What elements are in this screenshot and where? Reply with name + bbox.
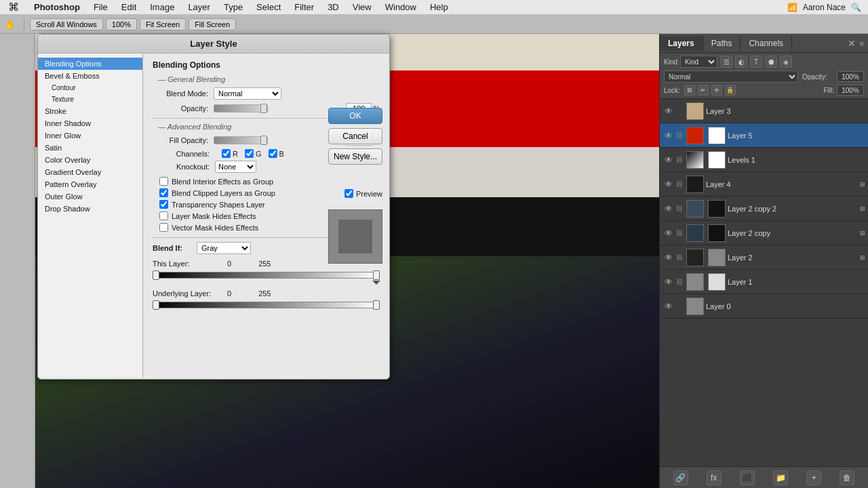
filter-type-icon[interactable]: T — [750, 56, 762, 68]
check-transparency-shapes: Transparency Shapes Layer — [153, 200, 380, 209]
menu-image[interactable]: Image — [143, 2, 181, 12]
layer4-visibility-toggle[interactable]: 👁 — [663, 178, 675, 190]
link-layers-button[interactable]: 🔗 — [673, 470, 688, 485]
filter-smart-icon[interactable]: ◈ — [780, 56, 792, 68]
layer2copy2-badge: ⊞ — [860, 205, 865, 212]
opacity-input-panel[interactable] — [837, 71, 864, 82]
section-inner-glow[interactable]: Inner Glow — [38, 129, 142, 142]
layer-row-layer4[interactable]: 👁 ⛓ Layer 4 ⊞ — [660, 172, 868, 197]
channel-b-checkbox[interactable] — [269, 149, 277, 158]
cancel-button[interactable]: Cancel — [328, 128, 382, 144]
underlying-handle-right[interactable] — [373, 300, 380, 310]
section-color-overlay[interactable]: Color Overlay — [38, 154, 142, 166]
vector-mask-hides-checkbox[interactable] — [159, 223, 168, 232]
section-bevel[interactable]: Bevel & Emboss — [38, 70, 142, 82]
layer-row-layer2[interactable]: 👁 ⛓ Layer 2 ⊞ — [660, 245, 868, 270]
this-layer-track — [153, 272, 380, 279]
lock-position-button[interactable]: ✛ — [711, 85, 722, 96]
layer2copy-visibility-toggle[interactable]: 👁 — [663, 227, 675, 239]
underlying-handle-left[interactable] — [153, 300, 159, 310]
fill-input-panel[interactable] — [837, 85, 864, 96]
layer-row-layer2copy2[interactable]: 👁 ⛓ Layer 2 copy 2 ⊞ — [660, 197, 868, 221]
transparency-shapes-checkbox[interactable] — [159, 200, 168, 209]
lock-all-button[interactable]: 🔒 — [725, 85, 736, 96]
layer-row-layer0[interactable]: 👁 Layer 0 — [660, 294, 868, 319]
menu-window[interactable]: Window — [378, 2, 423, 12]
section-inner-shadow[interactable]: Inner Shadow — [38, 117, 142, 129]
hand-tool-icon[interactable]: ✋ — [4, 19, 16, 30]
layer0-visibility-toggle[interactable]: 👁 — [663, 300, 675, 312]
menu-view[interactable]: View — [346, 2, 378, 12]
this-layer-handle-left[interactable] — [153, 270, 159, 280]
fill-opacity-slider[interactable] — [214, 136, 268, 144]
filter-pixel-icon[interactable]: ☰ — [720, 56, 732, 68]
section-satin[interactable]: Satin — [38, 142, 142, 154]
menu-edit[interactable]: Edit — [115, 2, 143, 12]
menu-photoshop[interactable]: Photoshop — [27, 2, 87, 12]
menu-select[interactable]: Select — [250, 2, 288, 12]
layer0-thumbnail — [686, 298, 704, 315]
apple-menu[interactable]: ⌘ — [0, 1, 27, 14]
new-style-button[interactable]: New Style... — [328, 148, 382, 165]
layer-mask-hides-checkbox[interactable] — [159, 211, 168, 220]
menu-filter[interactable]: Filter — [288, 2, 321, 12]
channel-g-checkbox[interactable] — [245, 149, 254, 158]
knockout-select[interactable]: None Shallow Deep — [215, 161, 256, 173]
layer1-visibility-toggle[interactable]: 👁 — [663, 276, 675, 288]
menu-file[interactable]: File — [87, 2, 115, 12]
blend-if-select[interactable]: Gray Red Green Blue — [197, 242, 251, 254]
layer-fx-button[interactable]: fx — [707, 470, 722, 485]
tab-layers[interactable]: Layers — [660, 36, 703, 51]
panel-collapse-button[interactable]: ≡ — [860, 39, 864, 47]
lock-transparent-button[interactable]: ⊠ — [684, 85, 695, 96]
layer-row-levels1[interactable]: 👁 ⛓ Levels 1 — [660, 148, 868, 172]
tab-paths[interactable]: Paths — [703, 36, 741, 51]
menu-help[interactable]: Help — [423, 2, 455, 12]
blend-interior-checkbox[interactable] — [159, 177, 168, 186]
section-stroke[interactable]: Stroke — [38, 105, 142, 117]
blend-clipped-checkbox[interactable] — [159, 188, 168, 197]
section-pattern-overlay[interactable]: Pattern Overlay — [38, 178, 142, 190]
section-contour[interactable]: Contour — [38, 82, 142, 94]
kind-select[interactable]: Kind — [680, 56, 717, 68]
levels1-visibility-toggle[interactable]: 👁 — [663, 154, 675, 166]
menu-type[interactable]: Type — [217, 2, 250, 12]
filter-shape-icon[interactable]: ⬟ — [765, 56, 777, 68]
section-outer-glow[interactable]: Outer Glow — [38, 190, 142, 203]
layer2copy2-visibility-toggle[interactable]: 👁 — [663, 203, 675, 215]
channel-r-label: R — [233, 150, 238, 158]
zoom-level-button[interactable]: 100% — [106, 18, 137, 30]
layer-row-layer3[interactable]: 👁 Layer 3 — [660, 99, 868, 123]
filter-adjustment-icon[interactable]: ◐ — [735, 56, 747, 68]
blend-mode-select[interactable]: Normal — [214, 87, 281, 100]
layer5-visibility-toggle[interactable]: 👁 — [663, 129, 675, 142]
search-icon[interactable]: 🔍 — [851, 3, 861, 12]
blend-mode-select-panel[interactable]: Normal — [664, 70, 798, 83]
section-gradient-overlay[interactable]: Gradient Overlay — [38, 166, 142, 178]
lock-paint-button[interactable]: ✏ — [698, 85, 709, 96]
new-layer-button[interactable]: + — [806, 470, 821, 485]
layer3-visibility-toggle[interactable]: 👁 — [663, 105, 675, 117]
panel-close-button[interactable]: ✕ — [848, 38, 856, 49]
channel-r-checkbox[interactable] — [222, 149, 231, 158]
layer-row-layer2copy[interactable]: 👁 ⛓ Layer 2 copy ⊞ — [660, 221, 868, 245]
menu-layer[interactable]: Layer — [181, 2, 217, 12]
ok-button[interactable]: OK — [328, 108, 382, 124]
delete-layer-button[interactable]: 🗑 — [840, 470, 854, 485]
scroll-all-windows-button[interactable]: Scroll All Windows — [30, 18, 103, 30]
add-mask-button[interactable]: ⬛ — [740, 470, 755, 485]
this-layer-handle-right[interactable] — [373, 270, 380, 280]
layer-row-layer5[interactable]: 👁 ⛓ Layer 5 — [660, 123, 868, 148]
preview-checkbox[interactable] — [344, 189, 353, 198]
opacity-slider[interactable] — [214, 104, 268, 113]
section-blending-options[interactable]: Blending Options — [38, 58, 142, 70]
layer2-visibility-toggle[interactable]: 👁 — [663, 251, 675, 264]
layer-row-layer1[interactable]: 👁 ⛓ Layer 1 — [660, 270, 868, 294]
menu-3d[interactable]: 3D — [321, 2, 346, 12]
section-texture[interactable]: Texture — [38, 94, 142, 105]
fit-screen-button[interactable]: Fit Screen — [140, 18, 186, 30]
section-drop-shadow[interactable]: Drop Shadow — [38, 203, 142, 215]
new-group-button[interactable]: 📁 — [773, 470, 788, 485]
tab-channels[interactable]: Channels — [741, 36, 792, 51]
fill-screen-button[interactable]: Fill Screen — [189, 18, 236, 30]
